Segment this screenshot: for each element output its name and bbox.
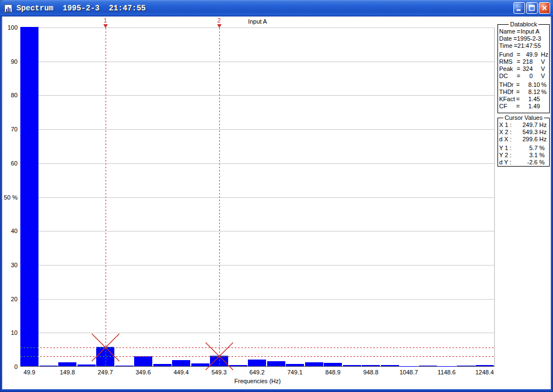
datablock-row-equals: = [517,73,521,80]
datablock-row-label: CF [499,103,516,110]
gridline [20,265,494,266]
x-tick-label: 1148.6 [430,369,463,376]
cursor-values-row: d X :299.6Hz [499,136,548,143]
cursor-number-label: 1 [101,17,110,24]
window-controls [513,2,550,14]
spectrum-bar [134,356,152,367]
datablock-row-label: Peak [499,65,517,73]
x-tick-label: 948.8 [355,369,388,376]
spectrum-bar [343,365,361,366]
cursor-triangle-marker[interactable] [217,24,222,28]
datablock-row-equals: = [516,103,520,110]
gridline [20,299,494,300]
datablock-row: Peak=324V [499,65,548,73]
datablock-row-unit: V [540,58,548,65]
close-button[interactable] [539,2,550,14]
cursor-values-rows: X 1 :249.7HzX 2 :549.3Hzd X :299.6HzY 1 … [499,122,548,166]
datablock-row: Date=1995-2-3 [499,35,548,42]
y-tick-label: 10 [2,329,18,336]
datablock-row-label: Date [499,35,513,42]
datablock-row-unit: Hz [540,51,548,58]
spectrum-bar [172,360,190,366]
datablock-row-value-int: 324 [521,65,533,73]
datablock-row-value-frac [533,73,540,80]
spectrum-bar [324,363,342,366]
app-icon[interactable] [4,4,13,13]
datablock-row: KFact=1.45 [499,96,548,103]
datablock-row-unit [540,28,548,35]
cursor-values-row-unit: Hz [539,129,548,136]
cursor-x-marker[interactable] [204,341,235,372]
cursor-x-marker[interactable] [90,332,121,363]
cursor-values-row-unit: % [539,152,548,159]
maximize-icon [528,4,535,12]
x-tick-label: 649.2 [241,369,274,376]
datablock-row-value-int: 49 [521,51,533,58]
x-tick-label: 1248.4 [468,369,501,376]
cursor-values-row: X 2 :549.3Hz [499,129,548,136]
datablock-row-equals: = [516,96,520,103]
cursor-highlight-segment [20,356,38,357]
x-tick-label: 349.6 [127,369,160,376]
datablock-row: RMS=218V [499,58,548,65]
spectrum-bar [58,362,76,366]
datablock-row-value-frac: .9 [533,51,540,58]
datablock-row-value-frac: .45 [532,96,540,103]
y-tick-label: 40 [2,228,18,234]
cursor-values-row-unit: % [539,145,548,152]
spectrum-chart[interactable]: 1 2 [20,27,495,367]
spectrum-bar [78,365,96,366]
cursor-values-row-label: Y 2 : [499,152,516,159]
cursor-values-title: Cursor Values [503,114,544,121]
chart-title: Input A [20,18,495,25]
minimize-button[interactable] [513,2,525,14]
spectrum-bar [362,365,380,366]
datablock-row-value-frac: .12 [532,89,540,96]
cursor-values-row-value: 249.7 [516,122,539,129]
cursor-values-row-value: 3.1 [516,152,539,159]
datablock-row-equals: = [517,51,521,58]
cursor-values-row-label: d Y : [499,159,516,166]
datablock-row: Name=Input A [499,28,548,35]
window-title: Spectrum 1995-2-3 21:47:55 [16,4,146,13]
cursor-values-row-unit: Hz [539,122,548,129]
cursor-values-row-value: 5.7 [516,145,539,152]
datablock-row-unit [540,103,548,110]
x-tick-label: 149.8 [51,369,84,376]
spectrum-bar [305,362,323,366]
cursor-values-row-value: 299.6 [516,136,539,143]
cursor-values-row-value: 549.3 [516,129,539,136]
datablock-row-value-int: 1 [520,96,532,103]
minimize-icon [516,4,523,12]
cursor-values-row: Y 1 :5.7% [499,145,548,152]
cursor-triangle-marker[interactable] [103,24,108,28]
datablock-row-label: RMS [499,58,517,65]
y-tick-label: 100 [2,24,18,31]
cursor-vertical-line[interactable] [106,28,106,347]
titlebar[interactable]: Spectrum 1995-2-3 21:47:55 [0,0,553,16]
datablock-row-value: Input A [521,28,540,35]
datablock-row-value-frac: .49 [532,103,540,110]
spectrum-bar [267,361,285,366]
datablock-row-label: DC [499,73,517,80]
cursor-values-row: Y 2 :3.1% [499,152,548,159]
y-tick-label: 30 [2,262,18,268]
spectrum-bar [457,366,475,366]
x-tick-label: 749.1 [279,369,312,376]
gridline [20,163,494,164]
datablock-row-unit: V [540,73,548,80]
datablock-panel: Datablock Name=Input ADate=1995-2-3Time=… [497,24,550,113]
spectrum-bar [419,366,437,366]
datablock-row: THDr=8.10% [499,81,548,89]
maximize-button[interactable] [526,2,538,14]
gridline [20,62,494,62]
cursor-values-panel: Cursor Values X 1 :249.7HzX 2 :549.3Hzd … [497,118,550,167]
datablock-row: Time=21:47:55 [499,42,548,49]
gridline [20,231,494,231]
cursor-values-row-label: X 1 : [499,122,516,129]
gridline [20,95,494,96]
cursor-values-row-unit: Hz [539,136,548,143]
y-tick-label: 70 [2,126,18,132]
cursor-vertical-line[interactable] [219,28,220,356]
datablock-row-value-frac: .10 [532,81,540,89]
